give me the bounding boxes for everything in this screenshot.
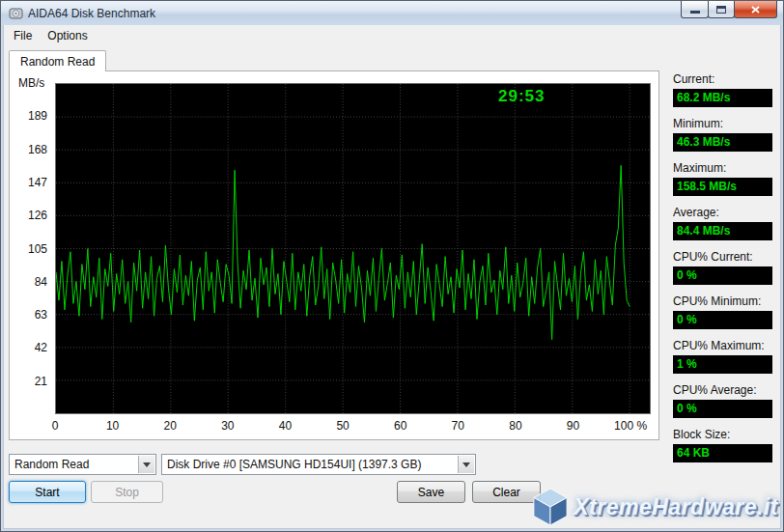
window-title: AIDA64 Disk Benchmark bbox=[28, 7, 155, 20]
x-tick-label: 90 bbox=[567, 419, 579, 433]
dropdown-arrow-icon[interactable] bbox=[138, 456, 154, 473]
maximize-button[interactable] bbox=[708, 1, 735, 18]
x-tick-label: 60 bbox=[394, 419, 406, 433]
y-axis-labels: 18916814712610584634221 bbox=[10, 83, 49, 414]
y-tick-label: 63 bbox=[35, 308, 47, 322]
drive-select[interactable]: Disk Drive #0 [SAMSUNG HD154UI] (1397.3 … bbox=[161, 454, 476, 475]
app-icon bbox=[9, 7, 23, 20]
stat-block: CPU% Current:0 % bbox=[673, 250, 772, 285]
stat-value: 84.4 MB/s bbox=[673, 222, 772, 240]
title-bar[interactable]: AIDA64 Disk Benchmark bbox=[1, 1, 783, 25]
stat-label: Average: bbox=[673, 206, 772, 219]
x-tick-label: 30 bbox=[221, 419, 234, 433]
stat-label: CPU% Average: bbox=[673, 383, 772, 397]
stat-value: 158.5 MB/s bbox=[673, 178, 772, 196]
x-axis-labels: 0102030405060708090100 % bbox=[55, 419, 651, 434]
close-button[interactable] bbox=[734, 1, 777, 18]
app-window: AIDA64 Disk Benchmark FileOptions Random… bbox=[0, 0, 784, 532]
stat-label: CPU% Current: bbox=[673, 250, 772, 264]
minimize-button[interactable] bbox=[681, 1, 709, 18]
stat-label: Maximum: bbox=[673, 161, 772, 175]
stop-button[interactable]: Stop bbox=[91, 481, 163, 503]
minimize-icon bbox=[690, 11, 700, 14]
stat-label: Minimum: bbox=[673, 117, 772, 130]
stat-value: 68.2 MB/s bbox=[673, 89, 772, 107]
y-tick-label: 84 bbox=[35, 275, 47, 289]
x-tick-label: 70 bbox=[452, 419, 464, 433]
start-button[interactable]: Start bbox=[9, 481, 86, 503]
stat-label: Current: bbox=[673, 72, 772, 86]
stat-value: 1 % bbox=[673, 355, 772, 374]
benchmark-panel: MB/s 18916814712610584634221 29:53 01020… bbox=[9, 70, 659, 440]
x-tick-label: 100 % bbox=[614, 419, 647, 433]
benchmark-type-select[interactable]: Random Read bbox=[9, 454, 156, 475]
y-tick-label: 21 bbox=[35, 375, 47, 388]
y-tick-label: 168 bbox=[28, 143, 47, 156]
x-tick-label: 40 bbox=[279, 419, 292, 433]
maximize-icon bbox=[716, 6, 726, 14]
stat-block: CPU% Average:0 % bbox=[673, 383, 772, 418]
drive-value: Disk Drive #0 [SAMSUNG HD154UI] (1397.3 … bbox=[167, 458, 421, 471]
stat-value: 64 KB bbox=[673, 444, 772, 462]
stat-value: 0 % bbox=[673, 311, 772, 329]
caption-buttons bbox=[682, 1, 777, 18]
stat-value: 0 % bbox=[673, 266, 772, 285]
x-tick-label: 0 bbox=[52, 419, 59, 433]
benchmark-chart: 29:53 bbox=[55, 83, 651, 414]
stat-value: 0 % bbox=[673, 400, 772, 418]
y-tick-label: 147 bbox=[28, 176, 47, 189]
window-body: FileOptions Random Read MB/s 18916814712… bbox=[4, 25, 780, 528]
stat-block: Maximum:158.5 MB/s bbox=[673, 161, 772, 196]
benchmark-type-value: Random Read bbox=[14, 458, 89, 471]
y-tick-label: 105 bbox=[28, 242, 47, 256]
y-tick-label: 189 bbox=[28, 109, 47, 123]
stat-block: CPU% Maximum:1 % bbox=[673, 339, 772, 374]
tab-random-read[interactable]: Random Read bbox=[9, 50, 106, 71]
clear-button[interactable]: Clear bbox=[472, 481, 541, 503]
stat-block: CPU% Minimum:0 % bbox=[673, 294, 772, 329]
stat-block: Minimum:46.3 MB/s bbox=[673, 117, 772, 152]
save-button[interactable]: Save bbox=[397, 481, 465, 503]
menu-item-file[interactable]: File bbox=[6, 26, 40, 45]
stat-label: CPU% Maximum: bbox=[673, 339, 772, 352]
stat-block: Current:68.2 MB/s bbox=[673, 72, 772, 107]
dropdown-arrow-icon[interactable] bbox=[458, 456, 474, 473]
elapsed-timer: 29:53 bbox=[498, 87, 545, 106]
x-tick-label: 50 bbox=[336, 419, 349, 433]
stat-block: Block Size:64 KB bbox=[673, 428, 772, 462]
menu-bar: FileOptions bbox=[4, 25, 780, 46]
watermark: XtremeHardware.it bbox=[532, 487, 778, 527]
y-tick-label: 42 bbox=[35, 341, 47, 354]
stat-block: Average:84.4 MB/s bbox=[673, 206, 772, 240]
tab-label: Random Read bbox=[20, 55, 95, 69]
watermark-text: XtremeHardware.it bbox=[574, 494, 778, 520]
stat-value: 46.3 MB/s bbox=[673, 133, 772, 152]
stat-label: Block Size: bbox=[673, 428, 772, 441]
stats-panel: Current:68.2 MB/sMinimum:46.3 MB/sMaximu… bbox=[673, 72, 772, 472]
x-tick-label: 10 bbox=[106, 419, 119, 433]
menu-item-options[interactable]: Options bbox=[40, 26, 95, 45]
x-tick-label: 20 bbox=[164, 419, 177, 433]
stat-label: CPU% Minimum: bbox=[673, 294, 772, 308]
chart-plot bbox=[56, 84, 650, 413]
y-tick-label: 126 bbox=[28, 209, 47, 222]
close-icon bbox=[751, 6, 760, 14]
x-tick-label: 80 bbox=[509, 419, 521, 433]
